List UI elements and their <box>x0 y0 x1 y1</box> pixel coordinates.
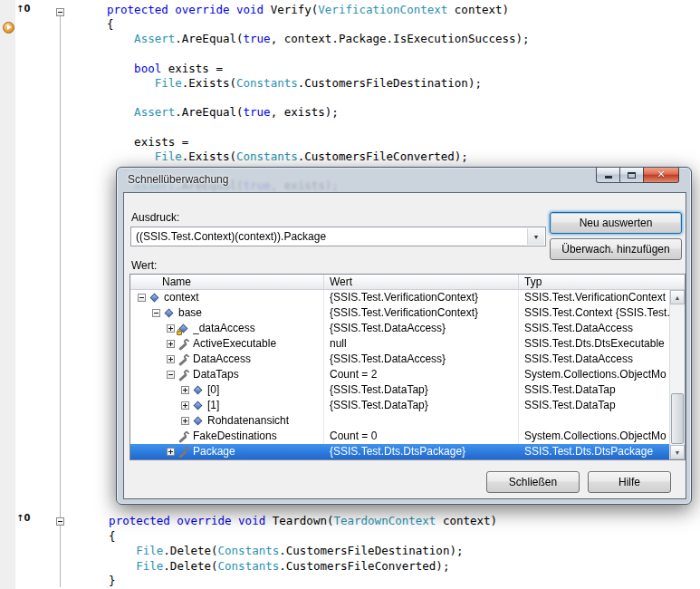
field-icon <box>149 293 160 304</box>
row-type: SSIS.Test.DataAccess <box>519 352 669 367</box>
watch-row[interactable]: Package{SSIS.Test.Dts.DtsPackage}SSIS.Te… <box>130 444 669 459</box>
lock-icon <box>177 331 182 335</box>
row-value: {SSIS.Test.VerificationContext} <box>324 290 519 305</box>
close-button[interactable]: ✕ <box>643 168 679 183</box>
code-line[interactable]: File.Exists(Constants.CustomersFileConve… <box>107 150 530 164</box>
scroll-down-button[interactable]: ▼ <box>670 445 685 459</box>
expander-icon[interactable] <box>167 448 175 456</box>
breakpoint-icon[interactable] <box>3 22 14 34</box>
row-value: Count = 0 <box>324 429 519 444</box>
field-icon <box>164 308 175 319</box>
code-line[interactable]: { <box>107 17 530 32</box>
row-name: base <box>178 305 202 321</box>
code-line[interactable]: { <box>82 529 497 545</box>
expander-icon[interactable] <box>167 355 175 363</box>
code-line[interactable]: protected override void Verify(Verificat… <box>107 3 530 17</box>
scroll-thumb[interactable] <box>671 393 684 444</box>
row-name: DataAccess <box>193 352 251 367</box>
row-type: SSIS.Test.DataAccess <box>519 321 669 336</box>
chevron-down-icon: ▼ <box>533 234 540 240</box>
watch-row[interactable]: [0]{SSIS.Test.DataTap}SSIS.Test.DataTap <box>130 382 669 398</box>
code-line[interactable] <box>107 47 530 62</box>
column-header-name[interactable]: Name <box>130 275 324 289</box>
row-value: Count = 2 <box>324 367 519 382</box>
property-icon <box>178 447 189 458</box>
dialog-title: Schnellüberwachung <box>128 168 228 191</box>
code-line[interactable] <box>107 91 530 105</box>
row-value: {SSIS.Test.VerificationContext} <box>324 305 519 321</box>
code-line[interactable]: File.Delete(Constants.CustomersFileConve… <box>82 559 497 575</box>
code-line[interactable]: File.Delete(Constants.CustomersFileDesti… <box>82 544 497 559</box>
close-icon: ✕ <box>657 168 665 182</box>
dialog-close-button[interactable]: Schließen <box>486 471 580 493</box>
minimize-button[interactable] <box>596 168 619 183</box>
combo-dropdown-button[interactable]: ▼ <box>527 228 544 245</box>
code-line[interactable]: } <box>82 574 497 589</box>
dialog-client-area: Ausdruck: ((SSIS.Test.Context)(context))… <box>123 192 686 499</box>
property-icon <box>178 339 189 350</box>
code-line[interactable]: bool exists = <box>107 62 530 76</box>
value-label: Wert: <box>131 259 157 272</box>
grid-body[interactable]: context{SSIS.Test.VerificationContext}SS… <box>130 290 669 459</box>
row-type: SSIS.Test.DataTap <box>519 398 669 413</box>
add-watch-button[interactable]: Überwach. hinzufügen <box>550 238 682 260</box>
row-type: SSIS.Test.Dts.DtsExecutable <box>519 336 669 352</box>
column-header-typ[interactable]: Typ <box>519 275 685 289</box>
breakpoint-margin[interactable] <box>0 0 15 589</box>
field-icon <box>178 323 189 334</box>
code-editor-top[interactable]: protected override void Verify(Verificat… <box>107 3 530 193</box>
fold-toggle-icon[interactable] <box>56 8 64 16</box>
row-value: {SSIS.Test.DataAccess} <box>324 352 519 367</box>
dialog-titlebar[interactable]: Schnellüberwachung ✕ <box>117 168 691 192</box>
row-name: Rohdatenansicht <box>207 413 289 429</box>
maximize-button[interactable] <box>619 168 643 183</box>
code-line[interactable]: exists = <box>107 135 530 150</box>
expander-icon[interactable] <box>181 417 189 425</box>
row-type: System.Collections.ObjectMo <box>519 367 669 382</box>
code-line[interactable] <box>107 121 530 135</box>
row-name: FakeDestinations <box>193 429 277 444</box>
code-line[interactable]: protected override void Teardown(Teardow… <box>82 514 497 529</box>
row-value: null <box>324 336 519 352</box>
watch-row[interactable]: _dataAccess{SSIS.Test.DataAccess}SSIS.Te… <box>130 321 669 336</box>
expander-icon[interactable] <box>167 371 175 379</box>
watch-row[interactable]: base{SSIS.Test.VerificationContext}SSIS.… <box>130 305 669 321</box>
row-value: {SSIS.Test.DataTap} <box>324 398 519 413</box>
row-type: SSIS.Test.DataTap <box>519 382 669 398</box>
fold-guide-line <box>60 16 61 587</box>
expander-icon[interactable] <box>138 294 146 302</box>
row-name: [0] <box>207 382 219 398</box>
column-header-wert[interactable]: Wert <box>324 275 519 289</box>
row-name: DataTaps <box>193 367 239 382</box>
watch-row[interactable]: DataTapsCount = 2System.Collections.Obje… <box>130 367 669 382</box>
watch-row[interactable]: [1]{SSIS.Test.DataTap}SSIS.Test.DataTap <box>130 398 669 413</box>
watch-row[interactable]: context{SSIS.Test.VerificationContext}SS… <box>130 290 669 305</box>
expander-icon[interactable] <box>167 324 175 333</box>
watch-row[interactable]: Rohdatenansicht <box>130 413 669 429</box>
expander-icon[interactable] <box>152 309 160 317</box>
expander-icon[interactable] <box>181 401 189 410</box>
scrollbar[interactable]: ▲ ▼ <box>669 290 685 459</box>
help-button[interactable]: Hilfe <box>588 471 671 493</box>
scroll-up-button[interactable]: ▲ <box>670 290 685 304</box>
code-line[interactable]: Assert.AreEqual(true, exists); <box>107 105 530 120</box>
fold-toggle-icon[interactable] <box>56 517 64 526</box>
margin-badge: ↑0 <box>16 4 30 14</box>
code-line[interactable]: File.Exists(Constants.CustomersFileDesti… <box>107 76 530 91</box>
field-icon <box>193 385 204 396</box>
expression-value[interactable]: ((SSIS.Test.Context)(context)).Package <box>131 227 545 246</box>
watch-row[interactable]: ActiveExecutablenullSSIS.Test.Dts.DtsExe… <box>130 336 669 352</box>
row-value: {SSIS.Test.DataAccess} <box>324 321 519 336</box>
code-line[interactable]: Assert.AreEqual(true, context.Package.Is… <box>107 32 530 46</box>
expander-icon[interactable] <box>181 386 189 394</box>
watch-row[interactable]: FakeDestinationsCount = 0System.Collecti… <box>130 429 669 444</box>
row-name: Package <box>193 444 235 459</box>
maximize-icon <box>628 172 636 179</box>
expander-icon[interactable] <box>167 340 175 348</box>
row-type: SSIS.Test.Dts.DtsPackage <box>519 444 669 459</box>
row-name: context <box>164 290 199 305</box>
expression-combobox[interactable]: ((SSIS.Test.Context)(context)).Package ▼ <box>130 227 546 246</box>
row-value <box>324 413 519 429</box>
reevaluate-button[interactable]: Neu auswerten <box>550 212 682 234</box>
watch-row[interactable]: DataAccess{SSIS.Test.DataAccess}SSIS.Tes… <box>130 352 669 367</box>
